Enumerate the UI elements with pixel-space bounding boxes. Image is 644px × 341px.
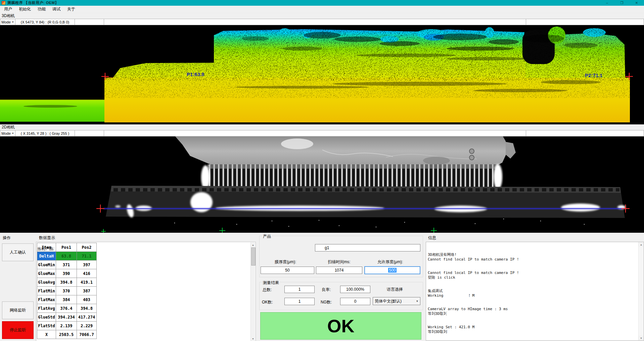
menu-bar: 用户 初始化 功能 调试 关于 xyxy=(0,6,644,13)
language-combobox[interactable]: 简体中文(默认) ▼ xyxy=(373,297,420,305)
table-row[interactable]: GlueMax 390 416 xyxy=(37,269,97,278)
close-button[interactable]: ✕ xyxy=(629,0,644,6)
scroll-up-icon[interactable]: ▲ xyxy=(639,242,644,247)
table-scrollbar[interactable]: ▲ ▼ xyxy=(250,242,255,341)
p2-measurement-label: P2:71.1 xyxy=(585,72,603,78)
chevron-down-icon: ▼ xyxy=(12,132,14,134)
language-value: 简体中文(默认) xyxy=(373,298,414,304)
scan-time-input[interactable] xyxy=(316,267,362,274)
p1-measurement-label: P1:63.8 xyxy=(187,71,204,77)
total-count-label: 总数: xyxy=(263,287,272,293)
result-banner: OK xyxy=(260,312,421,340)
film-thickness-input[interactable] xyxy=(261,267,314,274)
table-row[interactable]: DeltaH 63.8 71.1 xyxy=(37,252,97,261)
measurement-table: Item Pos1 Pos2 DeltaH 63.8 71.1 GlueMin … xyxy=(37,243,97,339)
yield-label: 良率: xyxy=(322,287,331,293)
scan-time-label: 扫描时间ms: xyxy=(322,259,356,265)
log-panel: 3D相机没有网络!Cannot find local IP to match c… xyxy=(426,242,644,341)
results-group-label: 测量结果 xyxy=(262,280,280,286)
table-row[interactable]: GlueMin 371 397 xyxy=(37,261,97,269)
window-controls: – ❐ ✕ xyxy=(600,0,644,6)
table-row[interactable]: GlueStd 394.234 417.274 xyxy=(37,313,97,322)
stop-listen-button[interactable]: 停止监听 xyxy=(2,321,34,339)
menu-function[interactable]: 功能 xyxy=(34,5,49,13)
redaction-blob xyxy=(446,311,523,316)
scroll-up-icon[interactable]: ▲ xyxy=(251,242,255,247)
pcb-board xyxy=(175,136,506,169)
ok-count-label: OK数: xyxy=(262,299,273,305)
allow-thickness-input[interactable]: 500 xyxy=(364,266,420,274)
total-count-input[interactable] xyxy=(284,286,315,293)
chevron-down-icon: ▼ xyxy=(414,297,420,305)
data-grid-container: Item Pos1 Pos2 DeltaH 63.8 71.1 GlueMin … xyxy=(36,242,256,341)
app-window: 测膜程序 【当前用户: OEM】 – ❐ ✕ 用户 初始化 功能 调试 关于 3… xyxy=(0,0,644,341)
2d-mode-button[interactable]: Mode ▼ xyxy=(0,130,15,136)
table-row[interactable]: FlatStd 2.139 2.229 xyxy=(37,322,97,330)
data-display-label: 数据显示 xyxy=(38,235,56,241)
menu-init[interactable]: 初始化 xyxy=(15,5,34,13)
menu-debug[interactable]: 调试 xyxy=(49,5,64,13)
3d-pixel-readout: (X 5473, Y 84) : (R 0,G 0,B 0) xyxy=(15,19,75,25)
film-thickness-label: 膜厚度(μm): xyxy=(269,259,302,265)
scroll-down-icon[interactable]: ▼ xyxy=(251,336,255,341)
minimize-button[interactable]: – xyxy=(600,0,614,6)
2d-pixel-readout: ( X 3145, Y 28 ) : ( Gray 255 ) xyxy=(15,130,75,136)
2d-status-cell xyxy=(75,130,104,136)
operations-label: 操作 xyxy=(2,235,12,241)
table-row[interactable]: FlatMax 384 403 xyxy=(37,295,97,304)
menu-about[interactable]: 关于 xyxy=(64,5,79,13)
allow-thickness-label: 允许厚度(μm): xyxy=(372,259,409,265)
ok-count-input[interactable] xyxy=(284,298,315,305)
2d-camera-label: 2D相机 xyxy=(0,124,644,130)
3d-status-cell xyxy=(75,19,104,25)
pcb-via xyxy=(469,149,474,154)
current-product-label: 当前产品: xyxy=(17,246,54,252)
network-listen-button[interactable]: 网络监听 xyxy=(2,301,34,319)
table-row[interactable]: X 2503.5 7066.7 xyxy=(37,330,97,339)
menu-user[interactable]: 用户 xyxy=(1,5,15,13)
product-group-label: 产品 xyxy=(262,234,272,239)
scroll-down-icon[interactable]: ▼ xyxy=(639,336,644,340)
current-product-input[interactable] xyxy=(315,244,420,251)
2d-status-cell-2 xyxy=(104,130,526,136)
title-bar: 测膜程序 【当前用户: OEM】 – ❐ ✕ xyxy=(0,0,644,6)
3d-mode-bar: Mode ▼ (X 5473, Y 84) : (R 0,G 0,B 0) xyxy=(0,19,644,25)
log-scrollbar[interactable]: ▲ ▼ xyxy=(638,242,644,340)
measure-line xyxy=(103,208,624,209)
bottom-panel: 操作 人工确认 网络监听 停止监听 数据显示 Item Pos1 Pos2 De… xyxy=(0,233,644,341)
2d-camera-view[interactable] xyxy=(0,136,644,233)
table-row[interactable]: FlatMin 370 387 xyxy=(37,287,97,295)
3d-status-cell-3 xyxy=(526,19,644,25)
3d-camera-view[interactable]: P1:63.8 P2:71.1 xyxy=(0,25,644,124)
fixture-base xyxy=(106,186,625,218)
info-group-label: 信息 xyxy=(427,235,437,241)
yield-input[interactable] xyxy=(340,286,370,293)
scrollbar-thumb[interactable] xyxy=(251,247,256,266)
app-icon xyxy=(2,1,5,5)
chevron-down-icon: ▼ xyxy=(12,21,14,23)
ng-count-label: NG数: xyxy=(321,299,332,305)
2d-mode-bar: Mode ▼ ( X 3145, Y 28 ) : ( Gray 255 ) xyxy=(0,130,644,136)
pcb-via xyxy=(469,155,474,160)
table-row[interactable]: GlueAvg 394.8 419.1 xyxy=(37,278,97,287)
3d-status-cell-2 xyxy=(104,19,526,25)
language-select-label: 语言选择 xyxy=(387,287,403,292)
2d-status-cell-3 xyxy=(526,130,644,136)
redaction-blob xyxy=(440,316,477,325)
maximize-button[interactable]: ❐ xyxy=(614,0,629,6)
selected-text: 500 xyxy=(388,268,396,273)
3d-camera-label: 3D相机 xyxy=(0,13,644,19)
window-title: 测膜程序 【当前用户: OEM】 xyxy=(7,0,59,5)
grayscale-image xyxy=(0,136,644,233)
3d-mode-button[interactable]: Mode ▼ xyxy=(0,19,15,25)
redaction-blob xyxy=(445,285,469,307)
table-row[interactable]: FlatAvg 376.4 394.8 xyxy=(37,304,97,313)
depth-heatmap: P1:63.8 P2:71.1 xyxy=(0,25,644,124)
ng-count-input[interactable] xyxy=(340,298,370,305)
